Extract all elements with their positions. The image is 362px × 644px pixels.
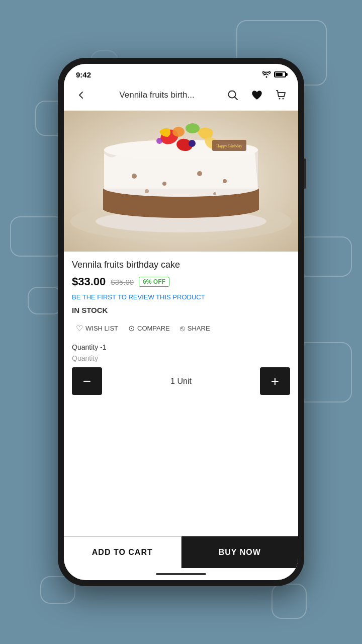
svg-point-22 (172, 127, 185, 137)
discount-badge: 6% OFF (139, 277, 169, 287)
svg-point-14 (162, 182, 166, 186)
svg-point-1 (279, 98, 281, 100)
bottom-buttons: ADD TO CART BUY NOW (64, 536, 298, 568)
share-icon: ⎋ (180, 324, 185, 333)
heart-icon: ♡ (76, 324, 83, 333)
quantity-label: Quantity -1 (72, 343, 290, 351)
wishlist-button[interactable] (248, 86, 266, 104)
original-price: $35.00 (111, 278, 134, 286)
home-bar (156, 573, 206, 575)
wifi-icon (262, 71, 271, 78)
svg-point-18 (213, 192, 216, 195)
cart-button[interactable] (272, 86, 290, 104)
compare-icon: ⊙ (128, 324, 135, 333)
share-button[interactable]: ⎋ SHARE (176, 321, 214, 335)
svg-point-21 (186, 123, 200, 133)
phone-frame: 9:42 (58, 58, 304, 586)
review-link[interactable]: BE THE FIRST TO REVIEW THIS PRODUCT (72, 293, 290, 301)
add-to-cart-button[interactable]: ADD TO CART (64, 536, 182, 568)
top-nav: Vennila fruits birth... (64, 82, 298, 111)
svg-point-17 (145, 189, 149, 193)
home-indicator (64, 568, 298, 580)
svg-text:Happy Birthday: Happy Birthday (216, 144, 242, 148)
page-title: Vennila fruits birth... (94, 90, 220, 100)
compare-label: COMPARE (137, 325, 170, 332)
compare-button[interactable]: ⊙ COMPARE (124, 321, 174, 335)
svg-point-13 (132, 174, 137, 179)
wish-list-label: WISH LIST (85, 325, 118, 332)
quantity-section: Quantity − 1 Unit + (72, 354, 290, 395)
action-row: ♡ WISH LIST ⊙ COMPARE ⎋ SHARE (72, 321, 290, 335)
svg-point-23 (189, 140, 196, 147)
share-label: SHARE (188, 325, 210, 332)
decrease-quantity-button[interactable]: − (72, 367, 102, 395)
stock-status: IN STOCK (72, 306, 290, 314)
svg-point-16 (223, 179, 227, 183)
nav-icons (224, 86, 290, 104)
status-icons (262, 71, 286, 78)
price-row: $33.00 $35.00 6% OFF (72, 275, 290, 288)
svg-point-24 (156, 138, 162, 144)
buy-now-button[interactable]: BUY NOW (182, 536, 299, 568)
wish-list-button[interactable]: ♡ WISH LIST (72, 321, 122, 335)
back-button[interactable] (72, 86, 90, 104)
content-area: Vennila fruits birthday cake $33.00 $35.… (64, 252, 298, 536)
status-time: 9:42 (76, 70, 91, 79)
svg-point-2 (283, 98, 284, 100)
status-bar: 9:42 (64, 64, 298, 82)
battery-icon (274, 71, 286, 77)
quantity-placeholder: Quantity (72, 354, 290, 362)
increase-quantity-button[interactable]: + (260, 367, 290, 395)
search-button[interactable] (224, 86, 242, 104)
quantity-stepper: − 1 Unit + (72, 367, 290, 395)
product-title: Vennila fruits birthday cake (72, 260, 290, 270)
product-image: Happy Birthday (64, 111, 298, 252)
current-price: $33.00 (72, 275, 106, 288)
phone-screen: 9:42 (64, 64, 298, 580)
quantity-value: 1 Unit (102, 377, 260, 386)
svg-point-15 (197, 171, 202, 176)
